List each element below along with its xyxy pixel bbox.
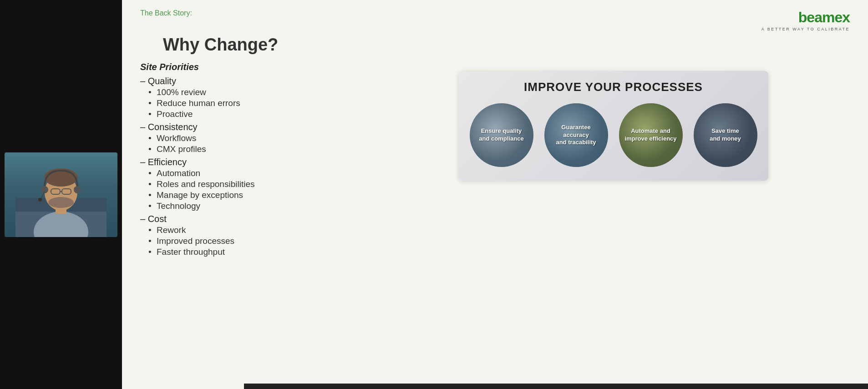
webcam-panel xyxy=(0,0,122,389)
slide-text: Site Priorities – Quality 100% review Re… xyxy=(140,62,359,380)
category-consistency: – Consistency Workflows CMX profiles xyxy=(140,122,359,154)
bullet-automation: Automation xyxy=(157,168,359,178)
bullet-workflows: Workflows xyxy=(157,133,359,143)
category-efficiency-header: – Efficiency xyxy=(140,157,359,167)
improve-title: IMPROVE YOUR PROCESSES xyxy=(468,80,759,94)
webcam-feed xyxy=(5,152,117,237)
back-story-label: The Back Story: xyxy=(140,9,192,17)
circle-save-time-money: Save timeand money xyxy=(694,103,757,167)
category-cost-header: – Cost xyxy=(140,214,359,224)
content-area: Site Priorities – Quality 100% review Re… xyxy=(140,62,850,380)
bullet-manage-exceptions: Manage by exceptions xyxy=(157,190,359,200)
bullet-rework: Rework xyxy=(157,225,359,235)
svg-point-13 xyxy=(38,198,42,202)
image-panel: IMPROVE YOUR PROCESSES xyxy=(377,62,850,380)
bullet-cmx-profiles: CMX profiles xyxy=(157,144,359,154)
circle-automate-efficiency: Automate andimprove efficiency xyxy=(619,103,683,167)
site-priorities-label: Site Priorities xyxy=(140,62,359,72)
circle-accuracy-tracability: Guarantee accuracyand tracability xyxy=(544,103,608,167)
circle-item-2: Guarantee accuracyand tracability xyxy=(543,103,610,167)
circle-item-4: Save timeand money xyxy=(692,103,759,167)
improve-banner: IMPROVE YOUR PROCESSES xyxy=(459,71,768,181)
bullet-technology: Technology xyxy=(157,201,359,211)
logo-area: beamex A BETTER WAY TO CALIBRATE xyxy=(761,9,850,31)
category-quality-header: – Quality xyxy=(140,76,359,86)
top-bar: The Back Story: beamex A BETTER WAY TO C… xyxy=(140,9,850,31)
logo-tagline: A BETTER WAY TO CALIBRATE xyxy=(761,27,850,31)
bullet-improved-processes: Improved processes xyxy=(157,236,359,246)
logo-text: beamex xyxy=(798,9,850,26)
svg-point-6 xyxy=(48,197,74,208)
bullet-faster-throughput: Faster throughput xyxy=(157,247,359,257)
circle-item-3: Automate andimprove efficiency xyxy=(617,103,685,167)
bullet-100-review: 100% review xyxy=(157,87,359,97)
category-quality: – Quality 100% review Reduce human error… xyxy=(140,76,359,119)
circles-row: Ensure qualityand compliance xyxy=(468,103,759,167)
consistency-bullets: Workflows CMX profiles xyxy=(140,133,359,154)
bullet-proactive: Proactive xyxy=(157,109,359,119)
main-title: Why Change? xyxy=(163,35,850,55)
circle-item-1: Ensure qualityand compliance xyxy=(468,103,535,167)
beamex-logo: beamex xyxy=(798,9,850,26)
bullet-roles-responsibilities: Roles and responsibilities xyxy=(157,179,359,189)
bottom-bar xyxy=(244,384,868,389)
bullet-reduce-human-errors: Reduce human errors xyxy=(157,98,359,108)
slide-panel: The Back Story: beamex A BETTER WAY TO C… xyxy=(122,0,868,389)
category-consistency-header: – Consistency xyxy=(140,122,359,132)
category-cost: – Cost Rework Improved processes Faster … xyxy=(140,214,359,257)
efficiency-bullets: Automation Roles and responsibilities Ma… xyxy=(140,168,359,211)
category-efficiency: – Efficiency Automation Roles and respon… xyxy=(140,157,359,211)
cost-bullets: Rework Improved processes Faster through… xyxy=(140,225,359,257)
circle-quality-compliance: Ensure qualityand compliance xyxy=(470,103,533,167)
quality-bullets: 100% review Reduce human errors Proactiv… xyxy=(140,87,359,119)
svg-point-11 xyxy=(74,186,81,193)
